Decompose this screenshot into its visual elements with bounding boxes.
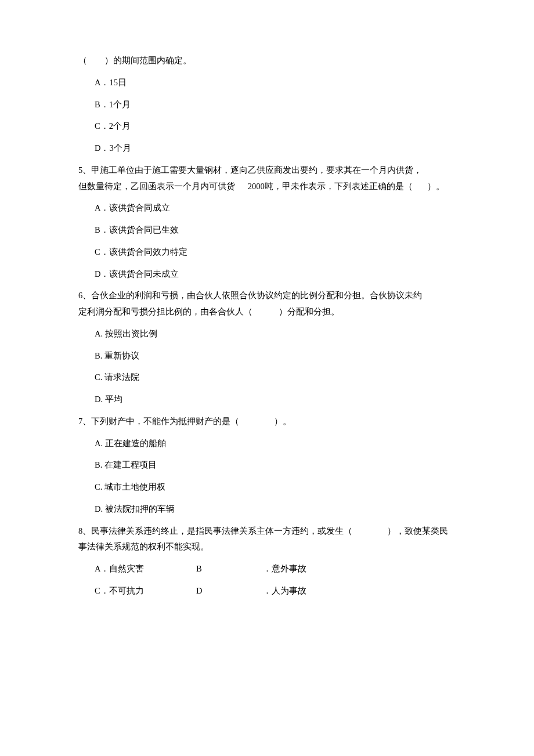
q8-option-d-text: ．人为事故 <box>263 585 306 598</box>
q5-option-d: D．该供货合同未成立 <box>95 268 464 281</box>
q8-option-row-ab: A．自然灾害 B ．意外事故 <box>95 563 464 576</box>
q6-option-b: B. 重新协议 <box>95 350 464 363</box>
q5-stem-line1: 5、甲施工单位由于施工需要大量钢材，逐向乙供应商发出要约，要求其在一个月内供货， <box>78 164 464 177</box>
q7-option-a: A. 正在建造的船舶 <box>95 437 464 450</box>
q4-option-a: A．15日 <box>95 77 464 89</box>
q8-option-d-letter: D <box>196 585 263 598</box>
q8-options: A．自然灾害 B ．意外事故 C．不可抗力 D ．人为事故 <box>78 563 464 598</box>
q8-option-row-cd: C．不可抗力 D ．人为事故 <box>95 585 464 598</box>
q8-option-b-letter: B <box>196 563 263 576</box>
q5-option-c: C．该供货合同效力特定 <box>95 246 464 259</box>
question-7: 7、下列财产中，不能作为抵押财产的是（ ）。 A. 正在建造的船舶 B. 在建工… <box>78 415 464 516</box>
q5-option-b: B．该供货合同已生效 <box>95 224 464 237</box>
q4-options: A．15日 B．1个月 C．2个月 D．3个月 <box>78 77 464 155</box>
q7-options: A. 正在建造的船舶 B. 在建工程项目 C. 城市土地使用权 D. 被法院扣押… <box>78 437 464 516</box>
q6-stem-line1: 6、合伙企业的利润和亏损，由合伙人依照合伙协议约定的比例分配和分担。合伙协议未约 <box>78 290 464 302</box>
q6-options: A. 按照出资比例 B. 重新协议 C. 请求法院 D. 平均 <box>78 328 464 406</box>
q8-option-c: C．不可抗力 <box>95 585 196 598</box>
q6-option-d: D. 平均 <box>95 393 464 406</box>
question-6: 6、合伙企业的利润和亏损，由合伙人依照合伙协议约定的比例分配和分担。合伙协议未约… <box>78 290 464 406</box>
q4-option-b: B．1个月 <box>95 99 464 111</box>
q6-option-a: A. 按照出资比例 <box>95 328 464 341</box>
q8-stem-line1: 8、民事法律关系违约终止，是指民事法律关系主体一方违约，或发生（ ），致使某类民 <box>78 525 464 538</box>
q4-option-d: D．3个月 <box>95 142 464 155</box>
q5-options: A．该供货合同成立 B．该供货合同已生效 C．该供货合同效力特定 D．该供货合同… <box>78 202 464 280</box>
q4-stem-tail: （ ）的期间范围内确定。 <box>78 55 464 67</box>
q8-option-b-text: ．意外事故 <box>263 563 306 576</box>
q7-stem: 7、下列财产中，不能作为抵押财产的是（ ）。 <box>78 415 464 428</box>
q5-stem-line2-b: 2000吨，甲未作表示，下列表述正确的是（ <box>248 182 413 191</box>
q7-option-d: D. 被法院扣押的车辆 <box>95 503 464 516</box>
q5-stem-line2: 但数量待定，乙回函表示一个月内可供货 2000吨，甲未作表示，下列表述正确的是（… <box>78 180 464 193</box>
question-5: 5、甲施工单位由于施工需要大量钢材，逐向乙供应商发出要约，要求其在一个月内供货，… <box>78 164 464 281</box>
q8-stem-line2: 事法律关系规范的权利不能实现。 <box>78 541 464 554</box>
question-8: 8、民事法律关系违约终止，是指民事法律关系主体一方违约，或发生（ ），致使某类民… <box>78 525 464 598</box>
q8-option-a: A．自然灾害 <box>95 563 196 576</box>
q5-option-a: A．该供货合同成立 <box>95 202 464 215</box>
q7-option-c: C. 城市土地使用权 <box>95 481 464 494</box>
q5-stem-line2-c: ）。 <box>427 182 445 191</box>
q6-stem-line2: 定利润分配和亏损分担比例的，由各合伙人（ ）分配和分担。 <box>78 306 464 319</box>
q5-stem-line2-a: 但数量待定，乙回函表示一个月内可供货 <box>78 182 235 191</box>
q7-option-b: B. 在建工程项目 <box>95 459 464 472</box>
question-4-tail: （ ）的期间范围内确定。 A．15日 B．1个月 C．2个月 D．3个月 <box>78 55 464 155</box>
q4-option-c: C．2个月 <box>95 120 464 133</box>
q6-option-c: C. 请求法院 <box>95 371 464 384</box>
